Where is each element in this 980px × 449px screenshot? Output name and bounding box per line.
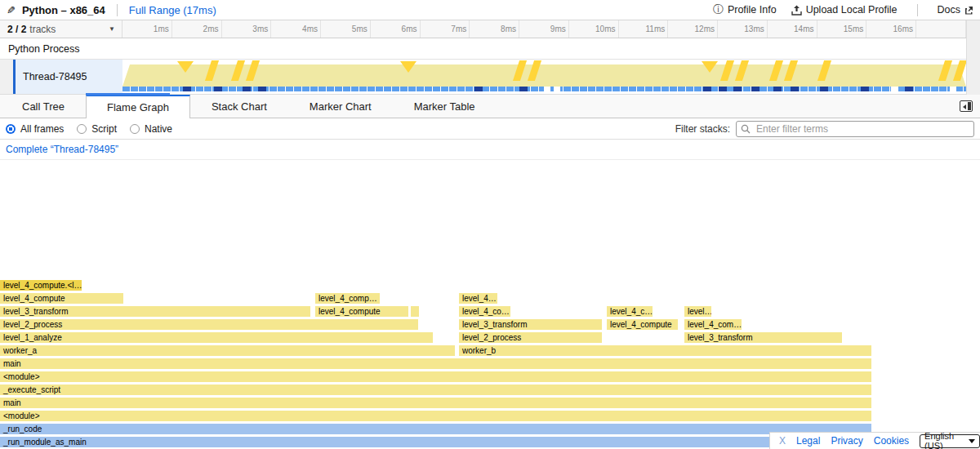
- thread-label[interactable]: Thread-78495: [16, 60, 122, 94]
- sample-dense-segment: [773, 87, 782, 91]
- ruler-tick-4ms: 4ms: [271, 20, 321, 38]
- top-header: ✎ Python – x86_64 Full Range (17ms) ⓘ Pr…: [0, 0, 980, 20]
- ruler-tick-13ms: 13ms: [718, 20, 768, 38]
- profile-info-button[interactable]: ⓘ Profile Info: [713, 2, 777, 17]
- flame-bar[interactable]: worker_a: [0, 345, 455, 356]
- sample-dense-segment: [861, 87, 869, 91]
- sample-dense-segment: [733, 87, 742, 91]
- ruler-tick-9ms: 9ms: [519, 20, 569, 38]
- sample-dense-segment: [258, 87, 266, 91]
- search-icon: [741, 124, 751, 134]
- sample-dense-segment: [519, 87, 528, 91]
- flame-bar[interactable]: level_3_transform: [684, 332, 842, 343]
- time-ruler: 1ms2ms3ms4ms5ms6ms7ms8ms9ms10ms11ms12ms1…: [122, 20, 966, 38]
- flame-bar[interactable]: <module>: [0, 371, 871, 382]
- chevron-down-icon: ▼: [109, 25, 115, 33]
- tab-flame-graph[interactable]: Flame Graph: [86, 95, 190, 118]
- sidebar-toggle-icon[interactable]: [960, 100, 973, 112]
- radio-label: All frames: [20, 123, 64, 135]
- track-python-process[interactable]: Python Process: [0, 38, 980, 60]
- flame-bar[interactable]: level_4_compute: [607, 319, 678, 330]
- footer-link-cookies[interactable]: Cookies: [874, 435, 909, 447]
- profile-title: Python – x86_64: [22, 4, 105, 16]
- ruler-tick-end: [916, 20, 966, 38]
- flame-bar[interactable]: level…: [684, 306, 711, 317]
- tab-stack-chart[interactable]: Stack Chart: [190, 95, 288, 118]
- radio-native[interactable]: Native: [130, 123, 172, 135]
- divider: [917, 4, 918, 16]
- flame-bar[interactable]: _run_module_as_main: [0, 437, 871, 447]
- flame-graph-canvas[interactable]: level_4_compute.<l…level_4_computelevel_…: [0, 160, 980, 449]
- full-range-link[interactable]: Full Range (17ms): [129, 4, 216, 16]
- filter-stacks-label: Filter stacks:: [675, 123, 730, 135]
- radio-label: Native: [145, 123, 172, 135]
- timeline-ruler-row: 2 / 2 tracks ▼ 1ms2ms3ms4ms5ms6ms7ms8ms9…: [0, 20, 980, 38]
- flame-bar[interactable]: level_4_co…: [459, 306, 510, 317]
- flame-bar[interactable]: level_4…: [459, 293, 497, 304]
- edit-pencil-icon[interactable]: ✎: [7, 4, 16, 16]
- tab-marker-table[interactable]: Marker Table: [393, 95, 497, 118]
- flame-bar[interactable]: level_4_compute.<l…: [0, 280, 82, 291]
- flame-bar[interactable]: _run_code: [0, 424, 871, 434]
- breadcrumb-row: Complete “Thread-78495”: [0, 140, 980, 160]
- flame-bar[interactable]: main: [0, 398, 871, 408]
- tracks-dropdown[interactable]: 2 / 2 tracks ▼: [0, 20, 122, 38]
- sample-dense-segment: [243, 87, 251, 91]
- track-scroll-indicator: [86, 93, 170, 96]
- ruler-tick-14ms: 14ms: [768, 20, 817, 38]
- ruler-tick-7ms: 7ms: [421, 20, 470, 38]
- process-label: Python Process: [8, 43, 80, 55]
- divider: [117, 4, 118, 16]
- flame-bar[interactable]: [411, 306, 419, 317]
- panel-tabbar: Call TreeFlame GraphStack ChartMarker Ch…: [0, 95, 980, 118]
- flame-bar[interactable]: level_4_com…: [684, 319, 742, 330]
- radio-script[interactable]: Script: [77, 123, 117, 135]
- sample-dense-segment: [751, 87, 760, 91]
- flame-bar[interactable]: level_4_compute: [315, 306, 408, 317]
- tab-marker-chart[interactable]: Marker Chart: [288, 95, 393, 118]
- sample-gap: [950, 87, 956, 91]
- radio-all-frames[interactable]: All frames: [6, 123, 64, 135]
- radio-circle-icon: [6, 124, 16, 134]
- docs-link[interactable]: Docs: [938, 4, 973, 16]
- flame-bar[interactable]: level_4_comp…: [315, 293, 380, 304]
- upload-icon: [791, 5, 802, 16]
- thread-activity-graph[interactable]: [122, 60, 966, 94]
- flame-bar[interactable]: level_3_transform: [0, 306, 310, 317]
- sample-gap: [544, 87, 550, 91]
- flame-bar[interactable]: level_3_transform: [459, 319, 602, 330]
- flame-bar[interactable]: level_2_process: [0, 319, 418, 330]
- info-icon: ⓘ: [713, 2, 724, 17]
- chevron-down-icon: [969, 439, 975, 443]
- flame-bar[interactable]: main: [0, 358, 871, 369]
- flame-bar[interactable]: level_4_compute: [0, 293, 123, 304]
- tab-call-tree[interactable]: Call Tree: [1, 95, 86, 118]
- sample-dense-segment: [474, 87, 483, 91]
- flame-bar[interactable]: level_4_c…: [607, 306, 653, 317]
- ruler-tick-6ms: 6ms: [371, 20, 421, 38]
- breadcrumb[interactable]: Complete “Thread-78495”: [6, 144, 118, 155]
- language-select-value: English (US): [924, 431, 969, 449]
- flame-bar[interactable]: _execute_script: [0, 385, 871, 395]
- footer-link-legal[interactable]: Legal: [796, 435, 820, 447]
- upload-local-profile-button[interactable]: Upload Local Profile: [791, 4, 898, 16]
- sample-gap: [891, 87, 898, 91]
- sample-dense-segment: [905, 87, 913, 91]
- footer-link-privacy[interactable]: Privacy: [831, 435, 862, 447]
- language-select[interactable]: English (US): [920, 434, 980, 448]
- filter-stacks-input[interactable]: [736, 121, 974, 137]
- sample-dense-segment: [820, 87, 828, 91]
- flame-bar[interactable]: level_1_analyze: [0, 332, 433, 343]
- flame-bar[interactable]: worker_b: [459, 345, 871, 356]
- ruler-tick-16ms: 16ms: [866, 20, 916, 38]
- sample-dense-segment: [183, 87, 191, 91]
- flame-bar[interactable]: level_2_process: [459, 332, 602, 343]
- sample-dense-segment: [791, 87, 799, 91]
- sample-dense-segment: [719, 87, 727, 91]
- flame-bar[interactable]: <module>: [0, 411, 871, 421]
- radio-label: Script: [91, 123, 117, 135]
- external-link-icon: [964, 6, 973, 15]
- ruler-tick-3ms: 3ms: [222, 20, 272, 38]
- footer: XLegalPrivacyCookiesEnglish (US): [769, 432, 980, 449]
- footer-link-x[interactable]: X: [779, 435, 786, 447]
